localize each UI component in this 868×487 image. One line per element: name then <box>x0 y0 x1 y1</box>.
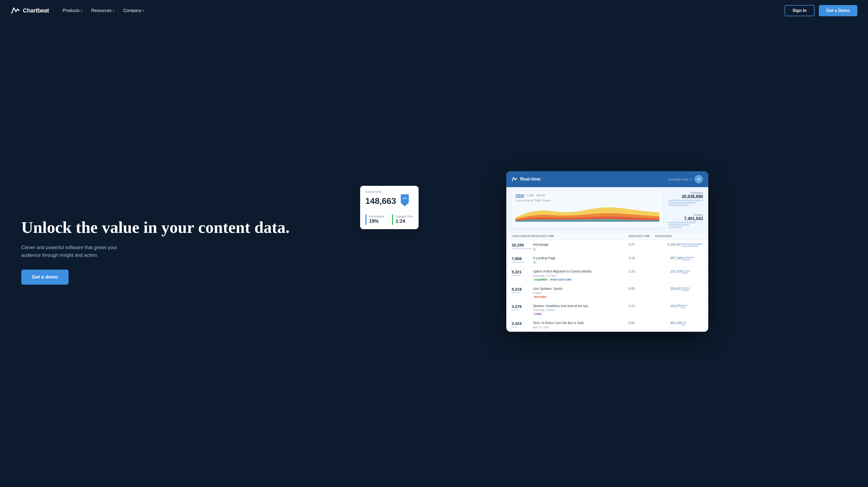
nav-products[interactable]: Products ▾ <box>60 6 85 15</box>
traffic-chart <box>515 203 659 222</box>
row-pv-bar <box>682 305 687 306</box>
engaged-time-bar <box>392 214 393 225</box>
concurrents-label: Concurrents <box>366 190 413 193</box>
uniques-bar <box>669 222 696 223</box>
db-stats-row: TODAY 7-DAY 30-DAY Concurrents by Traffi… <box>506 187 708 233</box>
th-concurrents: Concurrents <box>512 235 533 238</box>
pageviews-stat: Pageviews 20,036,890 <box>669 191 703 206</box>
hero-section: Unlock the value in your content data. C… <box>0 21 868 487</box>
row-concurrents: 5,221 <box>512 270 533 276</box>
chevron-down-icon: ▾ <box>81 9 82 12</box>
uniques-stat: Uniques 7,401,543 <box>669 213 703 228</box>
pageviews-bar3 <box>669 205 689 206</box>
table-row: 32,293 Homepage L 0:27 6,234,567 <box>506 240 708 253</box>
row-pv-bar <box>682 322 686 323</box>
row-concurrents: 7,908 <box>512 256 533 263</box>
signin-button[interactable]: Sign In <box>784 5 814 16</box>
row-pv-bar <box>682 287 690 289</box>
row-tags: ♥ 29% <box>533 312 628 315</box>
th-article: Engaged Time <box>533 235 628 238</box>
th-actions <box>682 235 703 238</box>
logo-text: Chartbeat <box>23 7 49 14</box>
table-row: 2,424 Tech: AI Ethics Can't Be Bot or So… <box>506 318 708 332</box>
table-row: 5,221 Uptick of Bird Migration to Canary… <box>506 267 708 284</box>
pageviews-bar2 <box>669 202 696 204</box>
db-table: Concurrents Engaged Time Engaged Time Pa… <box>506 233 708 332</box>
hero-subtext: Clever and powerful software that grows … <box>21 244 133 259</box>
flag-icon <box>401 194 411 208</box>
row-pv-bar <box>682 243 703 245</box>
row-bar <box>512 262 524 263</box>
nav-left: Chartbeat Products ▾ Resources ▾ Company… <box>11 6 147 15</box>
db-right-stats: Pageviews 20,036,890 Uniques 7,401,543 <box>669 191 703 228</box>
chevron-down-icon: ▾ <box>113 9 114 12</box>
row-pv-bar <box>682 270 690 272</box>
th-pageviews: Pageviews <box>655 235 682 238</box>
row-concurrents: 32,293 <box>512 243 533 249</box>
navbar: Chartbeat Products ▾ Resources ▾ Company… <box>0 0 868 21</box>
tab-30day[interactable]: 30-DAY <box>536 194 545 197</box>
row-article: Tech: AI Ethics Can't Be Bot or Sold Apr… <box>533 321 628 329</box>
concurrents-value: 148,663 <box>366 194 413 208</box>
logo-icon <box>11 7 20 14</box>
db-topbar-left: Real-time <box>512 177 540 182</box>
dashboard-topbar: Real-time yoursite.com ▾ U <box>506 171 708 187</box>
card-divider <box>366 211 413 211</box>
row-article: Uptick of Bird Migration to Canary Islan… <box>533 270 628 281</box>
hero-right: Concurrents 148,663 Recirculation <box>368 171 847 332</box>
th-engaged: Engaged Time <box>628 235 655 238</box>
row-pv-bar <box>682 257 694 258</box>
table-row: 3,276 Opinion: Headlines look best at th… <box>506 301 708 319</box>
db-chart-tabs: TODAY 7-DAY 30-DAY <box>515 194 659 197</box>
concurrents-card: Concurrents 148,663 Recirculation <box>360 186 418 229</box>
pageviews-bar <box>669 200 703 201</box>
db-chart-area: TODAY 7-DAY 30-DAY Concurrents by Traffi… <box>512 191 663 228</box>
table-row: 7,908 A Landing Page L 3:19 357,166 <box>506 253 708 267</box>
nav-right: Sign In Get a Demo <box>784 5 857 16</box>
nav-resources[interactable]: Resources ▾ <box>88 6 117 15</box>
row-article: Opinion: Headlines look best at the top.… <box>533 304 628 316</box>
db-topbar-right: yoursite.com ▾ U <box>669 175 703 183</box>
row-bar <box>512 275 521 276</box>
db-site: yoursite.com ▾ <box>669 177 692 181</box>
chart-label: Concurrents by Traffic Source <box>515 199 659 202</box>
engaged-time-metric: Engaged Time 1:24 <box>392 214 413 225</box>
nav-links: Products ▾ Resources ▾ Company ▾ <box>60 6 147 15</box>
db-title: Real-time <box>520 177 540 182</box>
row-concurrents: 5,218 <box>512 287 533 293</box>
recirculation-metric: Recirculation 19% <box>366 214 387 225</box>
uniques-bar3 <box>669 226 682 228</box>
row-concurrents: 2,424 <box>512 321 533 328</box>
table-row: 5,218 Live Updates: Sports 5:30am RETAIN… <box>506 284 708 301</box>
chevron-down-icon: ▾ <box>143 9 144 12</box>
hero-left: Unlock the value in your content data. C… <box>21 218 368 285</box>
dashboard-mockup: Real-time yoursite.com ▾ U TODAY 7-DAY <box>506 171 708 332</box>
hero-headline: Unlock the value in your content data. <box>21 218 368 236</box>
row-tags: RETAINED <box>533 295 628 299</box>
recirculation-bar <box>366 214 367 225</box>
site-dropdown-icon[interactable]: ▾ <box>690 178 692 181</box>
row-tags: ACQUIRED ♥ 8% ● 11% ● 19% <box>533 278 628 281</box>
row-tag: L <box>533 261 536 264</box>
tab-today[interactable]: TODAY <box>515 194 524 197</box>
tab-7day[interactable]: 7-DAY <box>526 194 534 197</box>
row-bar <box>512 293 521 293</box>
row-article: A Landing Page L <box>533 256 628 264</box>
row-bar <box>512 310 519 310</box>
get-demo-button[interactable]: Get a Demo <box>819 5 857 16</box>
logo[interactable]: Chartbeat <box>11 7 49 14</box>
row-bar <box>512 327 517 328</box>
row-tag: L <box>533 247 536 251</box>
row-bar <box>512 248 532 249</box>
card-metrics-row: Recirculation 19% Engaged Time 1:24 <box>366 214 413 225</box>
db-avatar: U <box>694 175 703 183</box>
row-article: Live Updates: Sports 5:30am RETAINED <box>533 287 628 299</box>
uniques-bar2 <box>669 224 689 226</box>
hero-cta-button[interactable]: Get a demo <box>21 270 68 285</box>
row-concurrents: 3,276 <box>512 304 533 310</box>
db-table-header: Concurrents Engaged Time Engaged Time Pa… <box>506 233 708 240</box>
db-logo-icon <box>512 177 518 182</box>
nav-company[interactable]: Company ▾ <box>120 6 147 15</box>
row-article: Homepage L <box>533 243 628 251</box>
